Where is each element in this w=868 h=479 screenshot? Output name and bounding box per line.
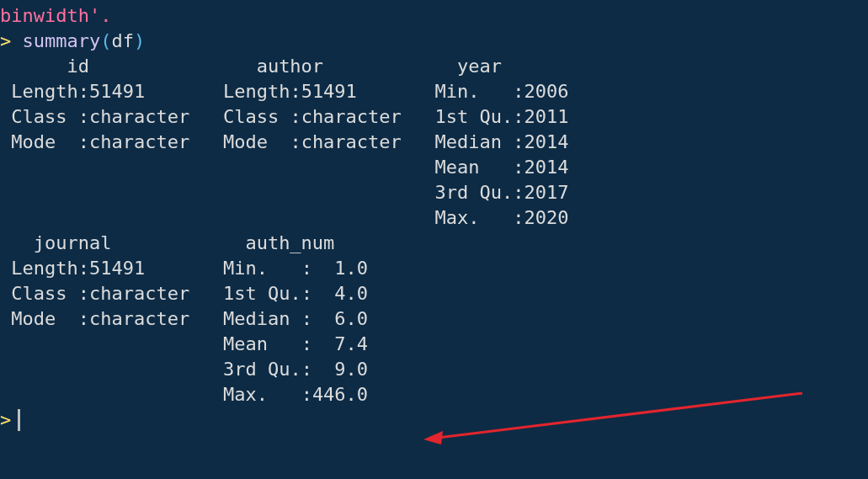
fn-arg: df [111, 30, 134, 51]
year-q1: 1st Qu.:2011 [423, 106, 591, 127]
journal-mode: Mode :character [0, 308, 212, 329]
author-b4 [212, 157, 424, 178]
author-mode: Mode :character [212, 131, 424, 152]
id-b4 [0, 157, 212, 178]
svg-marker-1 [423, 431, 443, 444]
id-mode: Mode :character [0, 131, 212, 152]
journal-length: Length:51491 [0, 258, 212, 279]
id-b6 [0, 207, 212, 228]
prompt-symbol: > [0, 30, 11, 51]
author-b6 [212, 207, 424, 228]
id-class: Class :character [0, 106, 212, 127]
input-caret[interactable] [18, 409, 20, 431]
paren-close: ) [134, 30, 145, 51]
journal-b6 [0, 384, 212, 405]
previous-line-fragment: binwidth'. [0, 5, 111, 26]
year-median: Median :2014 [423, 131, 591, 152]
console-output: binwidth'. > summary(df) id author year … [0, 0, 868, 433]
prompt-symbol-bottom[interactable]: > [0, 407, 11, 433]
authnum-q3: 3rd Qu.: 9.0 [212, 359, 391, 380]
col-headers-2: journal auth_num [0, 232, 379, 253]
authnum-median: Median : 6.0 [212, 308, 391, 329]
id-length: Length:51491 [0, 81, 212, 102]
id-b5 [0, 182, 212, 203]
journal-class: Class :character [0, 283, 212, 304]
year-mean: Mean :2014 [423, 157, 591, 178]
authnum-max: Max. :446.0 [212, 384, 391, 405]
fn-name: summary [23, 30, 101, 51]
author-length: Length:51491 [212, 81, 424, 102]
journal-b4 [0, 333, 212, 354]
authnum-q1: 1st Qu.: 4.0 [212, 283, 391, 304]
year-min: Min. :2006 [423, 81, 591, 102]
year-q3: 3rd Qu.:2017 [423, 182, 591, 203]
authnum-mean: Mean : 7.4 [212, 333, 391, 354]
paren-open: ( [100, 30, 111, 51]
authnum-min: Min. : 1.0 [212, 258, 391, 279]
col-headers-1: id author year [0, 56, 557, 77]
author-class: Class :character [212, 106, 424, 127]
author-b5 [212, 182, 424, 203]
journal-b5 [0, 359, 212, 380]
year-max: Max. :2020 [423, 207, 591, 228]
